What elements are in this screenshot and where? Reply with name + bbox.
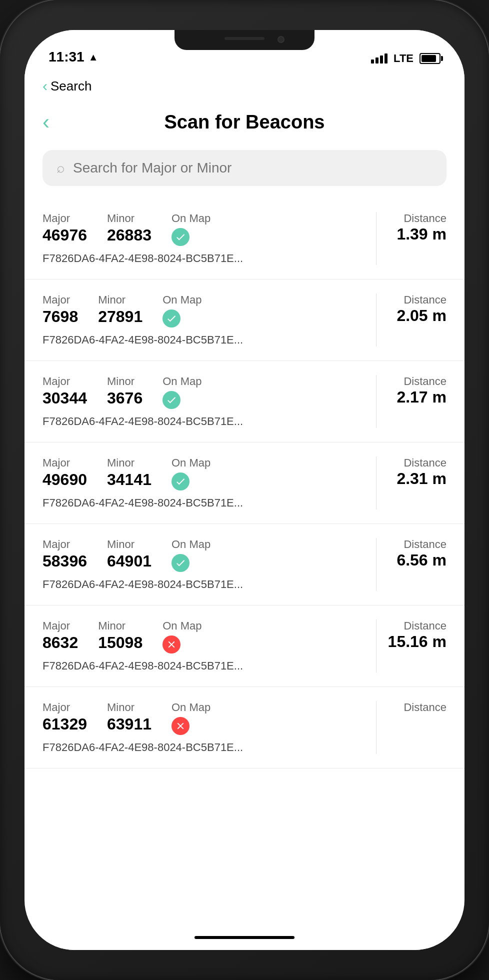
major-field: Major 30344 [42,375,87,409]
distance-label: Distance [404,212,446,225]
major-field: Major 49690 [42,456,87,490]
on-map-icon [172,472,190,490]
beacon-main: Major 58396 Minor 64901 On Map F7826DA6-… [42,538,366,591]
distance-label: Distance [404,620,446,632]
major-value: 8632 [42,634,78,652]
nav-back-button[interactable]: ‹ Search [42,78,92,94]
beacon-item[interactable]: Major 46976 Minor 26883 On Map F7826DA6-… [24,198,464,280]
minor-label: Minor [98,620,142,632]
distance-label: Distance [404,701,446,714]
beacon-distance: Distance 6.56 m [386,538,446,591]
on-map-icon [162,391,180,409]
search-container: ⌕ [24,142,464,198]
on-map-icon [172,717,190,735]
back-chevron-icon[interactable]: ‹ [42,112,50,132]
home-bar [194,936,294,939]
minor-value: 26883 [107,226,152,244]
status-time: 11:31 ▲ [48,49,98,65]
signal-bar-3 [380,56,383,64]
major-label: Major [42,620,78,632]
minor-field: Minor 63911 [107,701,152,735]
search-input[interactable] [73,160,432,176]
minor-label: Minor [107,212,152,225]
beacon-uuid: F7826DA6-4FA2-4E98-8024-BC5B71E... [42,252,243,264]
beacon-main: Major 30344 Minor 3676 On Map F7826DA6-4… [42,375,366,428]
distance-label: Distance [404,538,446,551]
major-field: Major 8632 [42,620,78,654]
beacon-item[interactable]: Major 58396 Minor 64901 On Map F7826DA6-… [24,524,464,606]
beacon-distance: Distance 2.17 m [386,375,446,428]
major-value: 7698 [42,308,78,326]
minor-label: Minor [107,701,152,714]
minor-value: 34141 [107,470,152,489]
beacon-divider [376,701,376,754]
beacon-item[interactable]: Major 49690 Minor 34141 On Map F7826DA6-… [24,442,464,524]
beacon-divider [376,538,376,591]
on-map-label: On Map [162,294,202,306]
battery-icon [420,53,440,64]
minor-value: 3676 [107,389,142,408]
beacon-uuid: F7826DA6-4FA2-4E98-8024-BC5B71E... [42,741,243,754]
beacon-main: Major 61329 Minor 63911 On Map F7826DA6-… [42,701,366,754]
distance-label: Distance [404,456,446,470]
beacon-fields: Major 58396 Minor 64901 On Map [42,538,356,572]
beacon-main: Major 8632 Minor 15098 On Map F7826DA6-4… [42,620,366,672]
beacon-list: Major 46976 Minor 26883 On Map F7826DA6-… [24,198,464,925]
minor-value: 64901 [107,552,152,570]
distance-label: Distance [404,294,446,306]
beacon-distance: Distance 1.39 m [386,212,446,265]
minor-value: 15098 [98,634,142,652]
speaker [224,37,264,40]
major-label: Major [42,212,87,225]
beacon-fields: Major 46976 Minor 26883 On Map [42,212,356,246]
beacon-fields: Major 61329 Minor 63911 On Map [42,701,356,735]
minor-field: Minor 34141 [107,456,152,490]
minor-field: Minor 15098 [98,620,142,654]
search-bar[interactable]: ⌕ [42,150,446,186]
page-header: ‹ Scan for Beacons [24,102,464,142]
on-map-field: On Map [162,375,202,409]
beacon-divider [376,375,376,428]
on-map-label: On Map [172,212,210,225]
major-label: Major [42,701,87,714]
minor-value: 27891 [98,308,142,326]
lte-indicator: LTE [394,52,414,65]
signal-bar-1 [371,60,374,64]
signal-bar-2 [376,58,378,64]
major-field: Major 58396 [42,538,87,572]
distance-value: 15.16 m [388,632,446,651]
distance-value: 6.56 m [396,551,446,570]
search-icon: ⌕ [56,160,65,176]
beacon-main: Major 46976 Minor 26883 On Map F7826DA6-… [42,212,366,265]
distance-value: 2.31 m [396,470,446,488]
signal-bars [371,54,388,64]
major-value: 61329 [42,715,87,734]
on-map-icon [162,310,180,328]
on-map-icon [172,554,190,572]
on-map-label: On Map [162,620,202,632]
on-map-icon [162,636,180,654]
on-map-field: On Map [172,538,210,572]
beacon-uuid: F7826DA6-4FA2-4E98-8024-BC5B71E... [42,660,243,672]
beacon-fields: Major 7698 Minor 27891 On Map [42,294,356,328]
distance-label: Distance [404,375,446,388]
minor-field: Minor 64901 [107,538,152,572]
on-map-field: On Map [162,620,202,654]
page-title: Scan for Beacons [42,112,446,133]
major-field: Major 61329 [42,701,87,735]
minor-label: Minor [98,294,142,306]
beacon-distance: Distance 2.05 m [386,294,446,346]
beacon-item[interactable]: Major 30344 Minor 3676 On Map F7826DA6-4… [24,361,464,442]
beacon-main: Major 7698 Minor 27891 On Map F7826DA6-4… [42,294,366,346]
nav-back-label: Search [50,78,92,94]
beacon-uuid: F7826DA6-4FA2-4E98-8024-BC5B71E... [42,334,243,346]
beacon-item[interactable]: Major 61329 Minor 63911 On Map F7826DA6-… [24,687,464,768]
distance-value: 2.17 m [396,388,446,406]
on-map-icon [172,228,190,246]
beacon-fields: Major 30344 Minor 3676 On Map [42,375,356,409]
minor-label: Minor [107,456,152,470]
beacon-item[interactable]: Major 7698 Minor 27891 On Map F7826DA6-4… [24,280,464,361]
on-map-label: On Map [172,701,210,714]
beacon-distance: Distance 2.31 m [386,456,446,510]
beacon-item[interactable]: Major 8632 Minor 15098 On Map F7826DA6-4… [24,606,464,687]
